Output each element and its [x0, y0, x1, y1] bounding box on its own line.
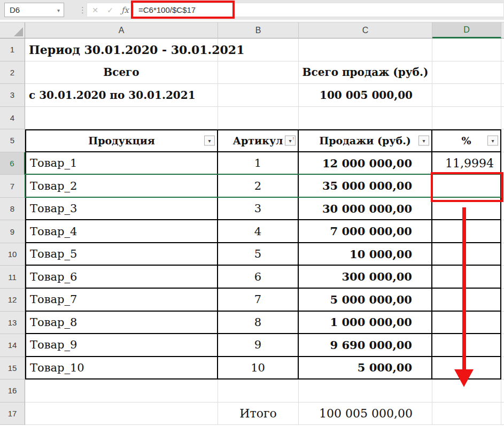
- cell-C8[interactable]: 30 000 000,00: [299, 198, 432, 221]
- cancel-icon[interactable]: ✕: [88, 3, 102, 17]
- cell-A16[interactable]: [25, 379, 218, 402]
- cell-A12[interactable]: Товар_7: [25, 289, 218, 312]
- row-header-1[interactable]: 1: [0, 38, 25, 61]
- name-box-dropdown-icon[interactable]: ▾: [57, 7, 60, 13]
- row-header-12[interactable]: 12: [0, 289, 25, 312]
- cell-D17[interactable]: [432, 402, 501, 425]
- row-header-3[interactable]: 3: [0, 84, 25, 107]
- row-header-15[interactable]: 15: [0, 357, 25, 380]
- cell-D4[interactable]: [432, 107, 501, 130]
- cell-A5[interactable]: Продукция▾: [25, 129, 218, 152]
- cell-C9[interactable]: 7 000 000,00: [299, 220, 432, 243]
- cell-B12[interactable]: 7: [218, 289, 299, 312]
- cell-D13[interactable]: [432, 312, 501, 335]
- cell-C3[interactable]: 100 005 000,00: [299, 84, 432, 107]
- cell-C15[interactable]: 5 000,00: [299, 357, 432, 380]
- enter-icon[interactable]: ✓: [103, 3, 117, 17]
- name-box[interactable]: D6 ▾: [4, 3, 64, 17]
- cell-C7[interactable]: 35 000 000,00: [299, 175, 432, 198]
- cell-A10[interactable]: Товар_5: [25, 243, 218, 266]
- cell-D14[interactable]: [432, 334, 501, 357]
- cell-D12[interactable]: [432, 289, 501, 312]
- row-header-14[interactable]: 14: [0, 334, 25, 357]
- row-header-2[interactable]: 2: [0, 61, 25, 84]
- column-header-C[interactable]: C: [299, 22, 432, 38]
- cell-C4[interactable]: [299, 107, 432, 130]
- cell-C10[interactable]: 10 000,00: [299, 243, 432, 266]
- cell-D16[interactable]: [432, 379, 501, 402]
- filter-button-C[interactable]: ▾: [418, 136, 429, 146]
- cell-B15[interactable]: 10: [218, 357, 299, 380]
- filter-button-D[interactable]: ▾: [487, 136, 498, 146]
- cell-D2[interactable]: [432, 61, 501, 84]
- cell-D9[interactable]: [432, 220, 501, 243]
- cell-B10[interactable]: 5: [218, 243, 299, 266]
- cell-A11[interactable]: Товар_6: [25, 266, 218, 289]
- cell-D8[interactable]: [432, 198, 501, 221]
- row-header-17[interactable]: 17: [0, 402, 25, 425]
- cell-D10[interactable]: [432, 243, 501, 266]
- cell-A17[interactable]: [25, 402, 218, 425]
- cell-C13[interactable]: 1 000 000,00: [299, 312, 432, 335]
- cell-C11[interactable]: 300 000,00: [299, 266, 432, 289]
- cell-B2[interactable]: [218, 61, 299, 84]
- cell-A7[interactable]: Товар_2: [25, 175, 218, 198]
- cell-D3[interactable]: [432, 84, 501, 107]
- select-all-button[interactable]: [0, 22, 25, 38]
- cell-text: 5 000,00: [358, 361, 412, 374]
- cell-C5[interactable]: Продажи (руб.)▾: [299, 129, 432, 152]
- cell-B7[interactable]: 2: [218, 175, 299, 198]
- column-header-D[interactable]: D: [432, 22, 501, 38]
- cell-C6[interactable]: 12 000 000,00: [299, 152, 432, 175]
- cell-D5[interactable]: %▾: [432, 129, 501, 152]
- filter-button-A[interactable]: ▾: [204, 136, 215, 146]
- insert-function-icon[interactable]: ƒx: [118, 3, 132, 17]
- cell-B6[interactable]: 1: [218, 152, 299, 175]
- column-header-B[interactable]: B: [218, 22, 299, 38]
- cell-D6[interactable]: 11,9994: [432, 152, 501, 175]
- row-header-10[interactable]: 10: [0, 243, 25, 266]
- column-header-A[interactable]: A: [25, 22, 218, 38]
- cell-C17[interactable]: 100 005 000,00: [299, 402, 432, 425]
- cell-C14[interactable]: 9 690 000,00: [299, 334, 432, 357]
- cell-D11[interactable]: [432, 266, 501, 289]
- cell-A13[interactable]: Товар_8: [25, 312, 218, 335]
- cell-D1[interactable]: [432, 38, 501, 61]
- cell-A1[interactable]: Период 30.01.2020 - 30.01.2021: [25, 38, 218, 61]
- cell-B9[interactable]: 4: [218, 220, 299, 243]
- cell-B11[interactable]: 6: [218, 266, 299, 289]
- cell-A8[interactable]: Товар_3: [25, 198, 218, 221]
- cell-C16[interactable]: [299, 379, 432, 402]
- cell-A14[interactable]: Товар_9: [25, 334, 218, 357]
- row-header-11[interactable]: 11: [0, 266, 25, 289]
- cell-A9[interactable]: Товар_4: [25, 220, 218, 243]
- cell-D15[interactable]: [432, 357, 501, 380]
- cell-B16[interactable]: [218, 379, 299, 402]
- cell-B8[interactable]: 3: [218, 198, 299, 221]
- row-header-6[interactable]: 6: [0, 152, 25, 175]
- cell-C1[interactable]: [299, 38, 432, 61]
- row-header-9[interactable]: 9: [0, 220, 25, 243]
- row-header-16[interactable]: 16: [0, 379, 25, 402]
- filter-button-B[interactable]: ▾↑: [285, 136, 296, 146]
- row-header-5[interactable]: 5: [0, 129, 25, 152]
- row-header-13[interactable]: 13: [0, 312, 25, 335]
- cell-B1[interactable]: [218, 38, 299, 61]
- cell-B3[interactable]: [218, 84, 299, 107]
- cell-B5[interactable]: Артикул▾↑: [218, 129, 299, 152]
- row-header-4[interactable]: 4: [0, 107, 25, 130]
- row-header-7[interactable]: 7: [0, 175, 25, 198]
- cell-A4[interactable]: [25, 107, 218, 130]
- cell-B13[interactable]: 8: [218, 312, 299, 335]
- cell-A6[interactable]: Товар_1: [25, 152, 218, 175]
- cell-D7[interactable]: [432, 175, 501, 198]
- cell-B4[interactable]: [218, 107, 299, 130]
- cell-A3[interactable]: с 30.01.2020 по 30.01.2021: [25, 84, 218, 107]
- cell-A2[interactable]: Всего: [25, 61, 218, 84]
- cell-A15[interactable]: Товар_10: [25, 357, 218, 380]
- cell-C2[interactable]: Всего продаж (руб.): [299, 61, 432, 84]
- row-header-8[interactable]: 8: [0, 198, 25, 221]
- cell-B14[interactable]: 9: [218, 334, 299, 357]
- cell-C12[interactable]: 5 000 000,00: [299, 289, 432, 312]
- cell-B17[interactable]: Итого: [218, 402, 299, 425]
